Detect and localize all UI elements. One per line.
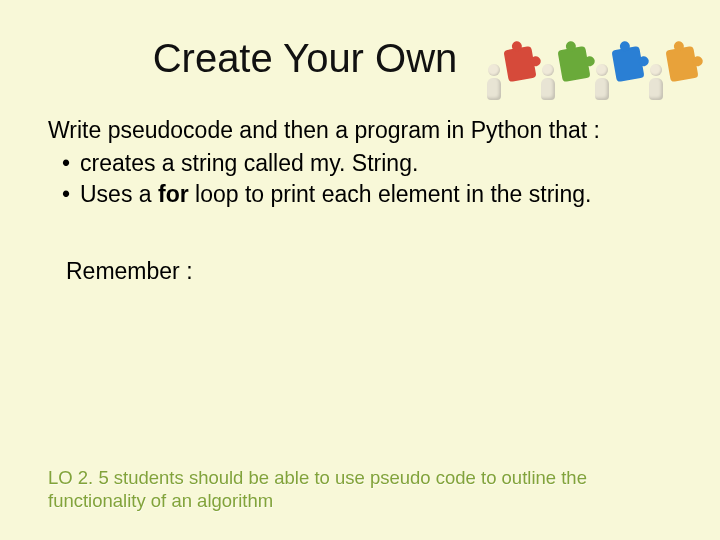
learning-objective-footer: LO 2. 5 students should be able to use p… — [48, 466, 672, 512]
list-item: Uses a for loop to print each element in… — [62, 179, 672, 210]
bullet-text-pre: Uses a — [80, 181, 158, 207]
slide: Create Your Own Write pseudocode and the… — [0, 0, 720, 540]
bullet-list: creates a string called my. String. Uses… — [48, 148, 672, 210]
clipart-puzzle-figures — [514, 26, 664, 100]
remember-label: Remember : — [66, 258, 672, 285]
intro-text: Write pseudocode and then a program in P… — [48, 115, 672, 146]
list-item: creates a string called my. String. — [62, 148, 672, 179]
bullet-text: creates a string called my. String. — [80, 150, 418, 176]
bullet-text-post: loop to print each element in the string… — [189, 181, 592, 207]
bullet-text-bold: for — [158, 181, 189, 207]
slide-title: Create Your Own — [108, 36, 502, 81]
